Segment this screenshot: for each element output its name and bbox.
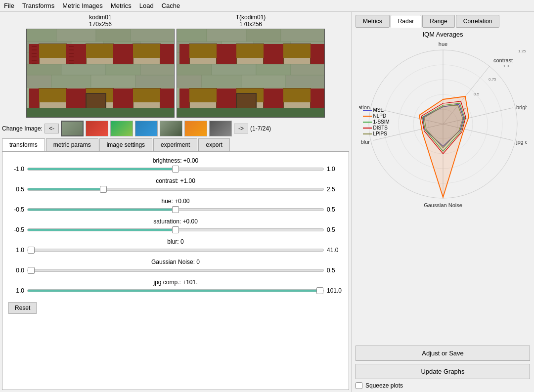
brightness-min: -1.0: [8, 166, 24, 173]
svg-text:contrast: contrast: [493, 57, 513, 63]
svg-rect-48: [51, 75, 91, 87]
contrast-max: 2.5: [327, 186, 343, 193]
update-graphs-button[interactable]: Update Graphs: [356, 364, 530, 379]
transformed-image-block: T(kodim01) 170x256: [177, 14, 325, 118]
menu-transforms[interactable]: Transforms: [22, 2, 54, 9]
svg-rect-90: [177, 64, 212, 75]
hue-slider[interactable]: [27, 208, 324, 211]
menubar: File Transforms Metric Images Metrics Lo…: [0, 0, 534, 12]
tab-radar[interactable]: Radar: [391, 15, 422, 28]
svg-rect-83: [236, 44, 264, 58]
menu-cache[interactable]: Cache: [162, 2, 180, 9]
svg-text:0.5: 0.5: [474, 92, 480, 96]
legend-dists: DISTS: [363, 125, 390, 131]
blur-slider[interactable]: [27, 249, 324, 252]
radar-title: IQM Averages: [422, 31, 463, 38]
svg-rect-52: [39, 88, 66, 102]
svg-rect-64: [27, 108, 175, 118]
menu-load[interactable]: Load: [139, 2, 154, 9]
original-image-block: kodim01 170x256: [26, 14, 175, 118]
thumbnail-7[interactable]: [209, 121, 232, 136]
thumbnail-6[interactable]: [184, 121, 207, 136]
hue-max: 0.5: [327, 206, 343, 213]
brightness-max: 1.0: [327, 166, 343, 173]
transformed-image-title: T(kodim01) 170x256: [236, 14, 266, 28]
svg-text:hue: hue: [438, 41, 447, 47]
radar-chart: MSE NLPD 1-SSIM DISTS: [359, 40, 527, 208]
svg-rect-91: [212, 64, 256, 75]
svg-rect-107: [283, 88, 311, 102]
svg-rect-93: [291, 64, 325, 75]
legend-nlpd: NLPD: [363, 113, 390, 119]
tab-image-settings[interactable]: image settings: [99, 138, 152, 151]
legend-lpips: LPIPS: [363, 131, 390, 136]
menu-file[interactable]: File: [4, 2, 14, 9]
thumbnail-2[interactable]: [86, 121, 108, 136]
saturation-min: -0.5: [8, 226, 24, 233]
svg-rect-40: [133, 44, 160, 58]
tab-metrics[interactable]: Metrics: [356, 15, 390, 28]
tab-range[interactable]: Range: [422, 15, 454, 28]
legend-1ssim: 1-SSIM: [363, 119, 390, 125]
contrast-label: contrast: +1.00: [8, 177, 343, 184]
right-buttons: Adjust or Save Update Graphs Squeeze plo…: [356, 346, 530, 389]
change-image-row: Change Image: <- -> (: [2, 121, 349, 136]
menu-metric-images[interactable]: Metric Images: [62, 2, 103, 9]
svg-rect-60: [133, 88, 160, 102]
svg-rect-111: [177, 108, 325, 118]
saturation-slider[interactable]: [27, 228, 324, 231]
svg-rect-4: [131, 29, 175, 42]
hue-label: hue: +0.00: [8, 198, 343, 205]
adjust-or-save-button[interactable]: Adjust or Save: [356, 346, 530, 361]
svg-text:1.25: 1.25: [518, 49, 526, 53]
contrast-row: contrast: +1.00 0.5 2.5: [8, 177, 343, 193]
svg-rect-96: [241, 75, 286, 87]
thumbnail-5[interactable]: [160, 121, 182, 136]
radar-area: IQM Averages MSE NLPD 1-SSIM: [356, 31, 530, 343]
blur-label: blur: 0: [8, 238, 343, 245]
change-image-label: Change Image:: [2, 125, 43, 132]
svg-rect-46: [140, 64, 175, 75]
svg-rect-50: [135, 75, 175, 87]
tab-correlation[interactable]: Correlation: [456, 15, 500, 28]
squeeze-plots-row: Squeeze plots: [356, 382, 530, 389]
thumbnail-4[interactable]: [135, 121, 158, 136]
thumbnail-1[interactable]: [61, 121, 84, 136]
svg-rect-87: [283, 44, 311, 58]
original-image: [26, 29, 175, 118]
contrast-slider[interactable]: [27, 188, 324, 191]
jpg-comp-slider[interactable]: [27, 289, 324, 292]
gaussian-noise-slider[interactable]: [27, 269, 324, 272]
tab-metric-params[interactable]: metric params: [46, 138, 98, 151]
gaussian-noise-min: 0.0: [8, 267, 24, 274]
jpg-comp-label: jpg comp.: +101.: [8, 279, 343, 286]
gaussian-noise-label: Gaussian Noise: 0: [8, 259, 343, 265]
tab-export[interactable]: export: [198, 138, 229, 151]
gaussian-noise-row: Gaussian Noise: 0 0.0 0.5: [8, 259, 343, 274]
legend: MSE NLPD 1-SSIM DISTS: [363, 107, 390, 137]
next-image-button[interactable]: ->: [234, 124, 248, 133]
svg-rect-92: [256, 64, 291, 75]
svg-rect-43: [27, 64, 61, 75]
svg-rect-44: [61, 64, 106, 75]
squeeze-plots-checkbox[interactable]: [356, 382, 362, 389]
saturation-label: saturation: +0.00: [8, 218, 343, 225]
svg-rect-68: [246, 29, 281, 42]
blur-min: 1.0: [8, 247, 24, 254]
prev-image-button[interactable]: <-: [44, 124, 59, 133]
right-tabs: Metrics Radar Range Correlation: [356, 15, 530, 28]
brightness-row: brightness: +0.00 -1.0 1.0: [8, 157, 343, 173]
image-range: (1-7/24): [250, 125, 271, 132]
reset-button[interactable]: Reset: [8, 302, 37, 314]
original-image-title: kodim01 170x256: [89, 14, 112, 28]
jpg-comp-row: jpg comp.: +101. 1.0 101.0: [8, 279, 343, 294]
menu-metrics[interactable]: Metrics: [111, 2, 132, 9]
svg-rect-2: [56, 29, 96, 42]
svg-text:1.0: 1.0: [503, 64, 509, 68]
brightness-slider[interactable]: [27, 168, 324, 171]
tab-experiment[interactable]: experiment: [153, 138, 197, 151]
svg-rect-49: [91, 75, 135, 87]
thumbnail-3[interactable]: [110, 121, 133, 136]
svg-rect-94: [177, 75, 202, 87]
tab-transforms[interactable]: transforms: [2, 138, 45, 151]
